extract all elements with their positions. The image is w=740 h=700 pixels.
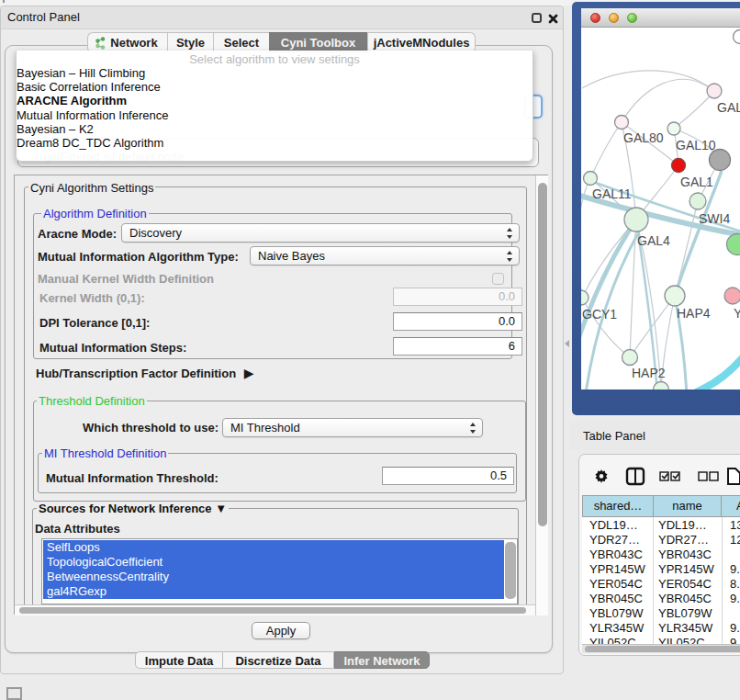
svg-text:YJ: YJ <box>734 306 740 321</box>
svg-text:GAL2: GAL2 <box>717 100 740 115</box>
svg-text:GAL80: GAL80 <box>623 130 664 145</box>
svg-text:GCY1: GCY1 <box>582 307 617 322</box>
svg-text:GAL11: GAL11 <box>592 186 632 201</box>
svg-text:SWI4: SWI4 <box>699 211 730 226</box>
svg-text:GAL10: GAL10 <box>676 138 716 152</box>
svg-text:GAL4: GAL4 <box>637 233 670 248</box>
svg-text:HAP2: HAP2 <box>632 366 666 380</box>
svg-text:GAL1: GAL1 <box>680 175 713 189</box>
svg-text:HAP4: HAP4 <box>677 306 711 321</box>
